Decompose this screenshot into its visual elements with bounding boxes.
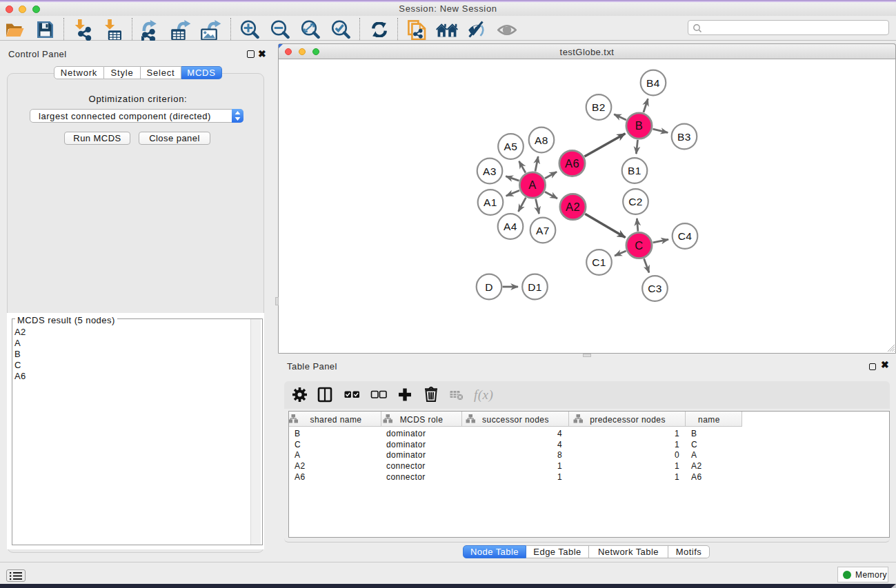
svg-text:C4: C4: [678, 230, 693, 242]
svg-text:C2: C2: [628, 196, 643, 207]
svg-text:D1: D1: [528, 281, 542, 293]
svg-text:A7: A7: [536, 225, 550, 236]
svg-text:A2: A2: [566, 201, 580, 213]
svg-text:B3: B3: [677, 131, 691, 143]
svg-text:D: D: [485, 281, 493, 293]
svg-text:C3: C3: [648, 283, 662, 294]
svg-text:B1: B1: [628, 165, 641, 176]
svg-text:C: C: [635, 239, 643, 252]
svg-text:C1: C1: [592, 256, 606, 268]
svg-text:f(x): f(x): [474, 387, 493, 403]
svg-text:A6: A6: [565, 157, 579, 170]
svg-text:B: B: [635, 119, 643, 132]
svg-text:A5: A5: [504, 141, 518, 152]
svg-text:B2: B2: [592, 101, 606, 113]
svg-text:B4: B4: [646, 77, 660, 89]
svg-text:A4: A4: [504, 221, 517, 232]
svg-text:A3: A3: [483, 165, 497, 177]
svg-text:A1: A1: [484, 196, 497, 208]
svg-text:A8: A8: [535, 134, 548, 146]
svg-text:A: A: [528, 179, 536, 191]
